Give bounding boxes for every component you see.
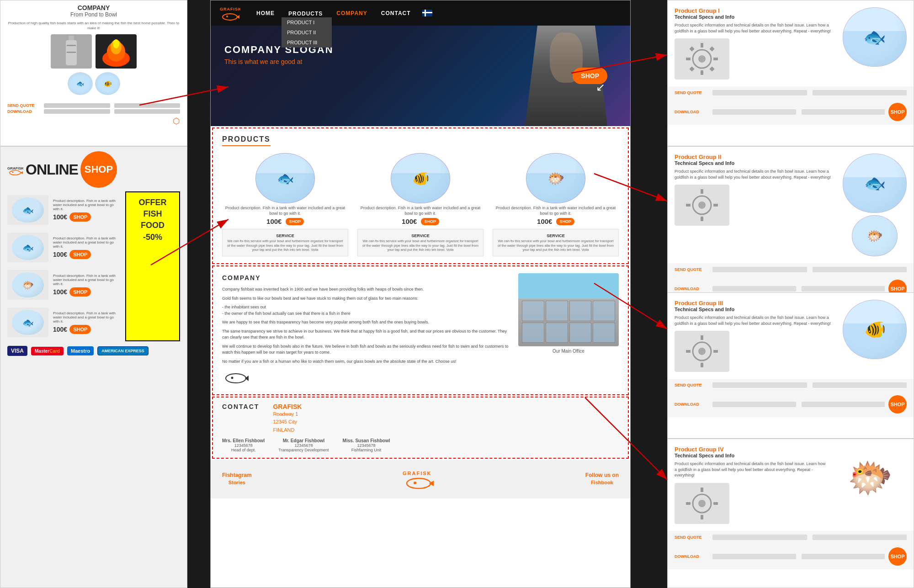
- mini-bowl-1: 🐟: [68, 72, 93, 95]
- svg-point-18: [231, 377, 234, 379]
- right-panel-3-download: DOWNLOAD SHOP: [668, 392, 914, 417]
- svg-point-22: [414, 482, 416, 484]
- shop-item-info-1: Product description. Fish in a tank with…: [53, 199, 116, 222]
- staff-member-1: Mrs. Ellen Fishbowl 12345678 Head of dep…: [222, 438, 265, 452]
- download-input2-r1[interactable]: [802, 109, 885, 115]
- send-quote-input2-r3[interactable]: [813, 382, 907, 388]
- download-input[interactable]: [44, 109, 110, 114]
- dropdown-product3[interactable]: PRODUCT III: [282, 37, 332, 48]
- download-input2-r2[interactable]: [802, 286, 885, 291]
- send-quote-input2-r4[interactable]: [813, 535, 907, 540]
- shop-badge-r1[interactable]: SHOP: [888, 103, 907, 121]
- main-website: GRAFISK HOME PRODUCTS PRODUCT I PRODUCT …: [210, 0, 631, 588]
- flag-icon: [422, 10, 432, 16]
- staff-title-1: Head of dept.: [222, 448, 265, 452]
- fishbook-text: Fishbook: [585, 479, 619, 486]
- send-quote-input-r3[interactable]: [712, 382, 807, 388]
- shop-item-desc-2: Product description. Fish in a tank with…: [53, 236, 116, 249]
- company-section-title: COMPANY: [222, 273, 509, 283]
- svg-rect-2: [67, 45, 76, 46]
- right-panel-1-download: DOWNLOAD SHOP: [668, 99, 914, 125]
- product-shop-btn-3[interactable]: SHOP: [556, 218, 574, 225]
- shop-badge-r3[interactable]: SHOP: [888, 395, 907, 413]
- product-bowl-1: 🐟: [255, 153, 315, 203]
- right-panel-1-desc: Product specific information and technic…: [675, 22, 836, 34]
- svg-rect-35: [701, 189, 703, 194]
- product-bowl-3: 🐡: [526, 153, 585, 203]
- nav-company[interactable]: COMPANY: [329, 10, 374, 16]
- send-quote-input2[interactable]: [114, 103, 181, 108]
- send-quote-input-r4[interactable]: [712, 535, 807, 540]
- send-quote-input2-r1[interactable]: [813, 90, 907, 95]
- nav-home[interactable]: HOME: [250, 10, 282, 16]
- download-input2-r3[interactable]: [802, 402, 885, 407]
- nav-products[interactable]: PRODUCTS: [282, 11, 329, 17]
- nav-contact[interactable]: CONTACT: [374, 10, 418, 16]
- product-fish-2: 🐠: [412, 170, 429, 186]
- company-section: COMPANY Company fishbait was invented ba…: [212, 265, 629, 395]
- download-label-r3: DOWNLOAD: [675, 402, 709, 407]
- send-quote-input-r1[interactable]: [712, 90, 807, 95]
- product-shop-btn-1[interactable]: SHOP: [286, 218, 304, 225]
- shop-badge-main[interactable]: SHOP: [80, 151, 117, 188]
- download-input2[interactable]: [114, 109, 181, 114]
- download-input-r3[interactable]: [712, 402, 796, 407]
- right-panel-3: Product Group III Technical Specs and In…: [667, 292, 914, 439]
- send-quote-input2-r2[interactable]: [813, 267, 907, 272]
- gear-image-4: [675, 483, 729, 524]
- dropdown-product1[interactable]: PRODUCT I: [282, 17, 332, 27]
- company-history: Company fishbait was invented back in 19…: [222, 286, 509, 293]
- contact-title: CONTACT: [222, 403, 259, 410]
- right-panel-2-desc: Product specific information and technic…: [675, 169, 836, 180]
- download-input-r4[interactable]: [712, 554, 796, 559]
- staff-member-2: Mr. Edgar Fishbowl 12345678 Transparency…: [278, 438, 329, 452]
- svg-text:GRAFISK: GRAFISK: [7, 166, 23, 170]
- send-quote-input[interactable]: [44, 103, 110, 108]
- product-card-2: 🐠 Product description. Fish in a tank wi…: [357, 153, 484, 256]
- svg-point-24: [698, 55, 706, 63]
- dropdown-product2[interactable]: PRODUCT II: [282, 27, 332, 37]
- download-input-r1[interactable]: [712, 109, 796, 115]
- product-shop-btn-2[interactable]: SHOP: [421, 218, 439, 225]
- download-input2-r4[interactable]: [802, 554, 885, 559]
- shop-item-2: 🐟 Product description. Fish in a tank wi…: [7, 229, 116, 266]
- products-title: PRODUCTS: [222, 135, 271, 146]
- footer-logo: GRAFISK: [400, 467, 437, 492]
- right-panel-4-desc: Product specific information and technic…: [675, 461, 827, 478]
- shop-button-3[interactable]: SHOP: [69, 287, 91, 297]
- svg-point-13: [223, 14, 237, 20]
- svg-point-46: [698, 500, 706, 507]
- company-fish-logo: [222, 369, 509, 387]
- shop-price-3: 100€: [53, 288, 67, 296]
- send-quote-label-r3: SEND QUOTE: [675, 383, 709, 387]
- send-quote-label-r2: SEND QUOTE: [675, 267, 709, 272]
- shop-button-1[interactable]: SHOP: [69, 212, 91, 222]
- shop-price-1: 100€: [53, 213, 67, 221]
- hero-shop-button[interactable]: SHOP: [573, 68, 607, 84]
- download-input-r2[interactable]: [712, 286, 796, 291]
- footer-fishtagram[interactable]: Fishtagram Stories: [222, 471, 252, 486]
- brochure-subtitle: From Pond to Bowl: [7, 11, 180, 18]
- service-desc-1: We can fix this service with your bowl a…: [226, 239, 344, 252]
- follow-text: Follow us on: [585, 471, 619, 479]
- shop-item-info-2: Product description. Fish in a tank with…: [53, 236, 116, 259]
- right-panel-2: Product Group II Technical Specs and Inf…: [667, 146, 914, 292]
- shop-button-4[interactable]: SHOP: [69, 325, 91, 334]
- svg-point-40: [698, 348, 706, 355]
- service-box-2: SERVICE We can fix this service with you…: [357, 229, 484, 256]
- shop-badge-r4[interactable]: SHOP: [888, 547, 907, 566]
- fish-icon-right-3: 🐠: [864, 319, 886, 339]
- shop-item-1: 🐟 Product description. Fish in a tank wi…: [7, 191, 116, 229]
- product-fish-1: 🐟: [277, 170, 294, 186]
- send-quote-input-r2[interactable]: [712, 267, 807, 272]
- gear-image-2: [675, 185, 729, 226]
- shop-item-4: 🐟 Product description. Fish in a tank wi…: [7, 304, 116, 341]
- footer-fishbook[interactable]: Follow us on Fishbook: [585, 471, 619, 486]
- hero-subtitle: This is what we are good at: [224, 58, 334, 65]
- svg-rect-30: [709, 67, 714, 72]
- shop-button-2[interactable]: SHOP: [69, 250, 91, 259]
- office-caption: Our Main Office: [518, 349, 619, 354]
- svg-rect-25: [701, 43, 703, 48]
- contact-address: Roadway 1 12345 City FINLAND: [273, 410, 302, 434]
- download-label-r2: DOWNLOAD: [675, 286, 709, 291]
